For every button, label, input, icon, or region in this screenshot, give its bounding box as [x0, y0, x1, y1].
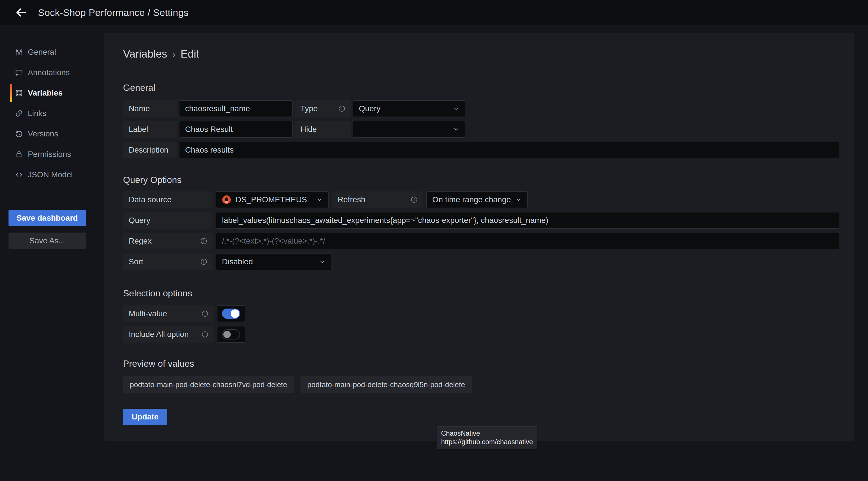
regex-input[interactable] [216, 233, 839, 249]
hide-select[interactable] [353, 121, 465, 138]
page-title: Sock-Shop Performance / Settings [38, 7, 188, 18]
info-icon[interactable] [200, 258, 208, 266]
label-input[interactable] [179, 121, 292, 138]
top-header: Sock-Shop Performance / Settings [0, 0, 868, 25]
sidebar-item-label: JSON Model [28, 170, 73, 179]
save-dashboard-button[interactable]: Save dashboard [8, 210, 86, 226]
preview-value-chip: podtato-main-pod-delete-chaosq9l5n-pod-d… [301, 377, 472, 393]
update-button[interactable]: Update [123, 409, 167, 425]
chevron-down-icon [453, 126, 460, 133]
refresh-select[interactable]: On time range change [426, 191, 528, 208]
sidebar-item-label: Variables [28, 89, 63, 97]
breadcrumb: Variables › Edit [123, 48, 854, 60]
sidebar-item-versions[interactable]: Versions [0, 124, 104, 144]
info-icon[interactable] [410, 196, 418, 203]
sidebar-item-label: Permissions [28, 150, 71, 159]
back-arrow-icon[interactable] [14, 6, 28, 19]
history-icon [15, 130, 23, 138]
save-as-button[interactable]: Save As... [8, 233, 86, 249]
multi-value-label: Multi-value [123, 305, 214, 322]
chevron-down-icon [316, 196, 323, 203]
sidebar-item-annotations[interactable]: Annotations [0, 62, 104, 83]
name-label: Name [123, 100, 177, 117]
chevron-down-icon [515, 196, 522, 203]
name-input[interactable] [179, 100, 292, 117]
query-label: Query [123, 212, 213, 229]
data-source-select[interactable]: DS_PROMETHEUS [216, 191, 329, 208]
code-icon [15, 171, 23, 179]
multi-value-toggle[interactable] [222, 308, 240, 319]
chevron-down-icon [319, 258, 326, 266]
data-source-label: Data source [123, 191, 213, 208]
preview-heading: Preview of values [123, 359, 854, 369]
lock-icon [15, 150, 23, 158]
breadcrumb-current-page: Edit [181, 48, 199, 60]
refresh-label: Refresh [332, 191, 423, 208]
chaosnative-tooltip: ChaosNative https://github.com/chaosnati… [437, 426, 537, 449]
preview-values: podtato-main-pod-delete-chaosnl7vd-pod-d… [123, 377, 854, 393]
multi-value-toggle-box [217, 305, 245, 322]
preview-value-chip: podtato-main-pod-delete-chaosnl7vd-pod-d… [123, 377, 294, 393]
tooltip-url: https://github.com/chaosnative [441, 438, 533, 446]
sort-label: Sort [123, 253, 213, 270]
sidebar-item-label: General [28, 48, 56, 57]
chevron-down-icon [453, 105, 460, 112]
general-section-heading: General [123, 83, 854, 93]
sliders-icon [15, 48, 23, 56]
selection-options-heading: Selection options [123, 288, 854, 299]
info-icon[interactable] [338, 105, 346, 112]
settings-sidebar: General Annotations Variables Links [0, 25, 104, 481]
regex-label: Regex [123, 233, 213, 249]
info-icon[interactable] [201, 310, 209, 318]
tooltip-title: ChaosNative [441, 429, 533, 438]
query-options-heading: Query Options [123, 175, 854, 185]
sidebar-item-json-model[interactable]: JSON Model [0, 164, 104, 185]
info-icon[interactable] [200, 237, 208, 245]
description-input[interactable] [179, 142, 839, 158]
sidebar-item-label: Annotations [28, 68, 70, 77]
sidebar-item-permissions[interactable]: Permissions [0, 144, 104, 164]
type-label: Type [295, 100, 351, 117]
label-label: Label [123, 121, 177, 138]
breadcrumb-variables-link[interactable]: Variables [123, 48, 167, 60]
include-all-toggle-box [217, 326, 245, 342]
breadcrumb-separator: › [172, 48, 176, 60]
description-label: Description [123, 142, 177, 158]
settings-content-panel: Variables › Edit General Name Type Query… [104, 33, 854, 441]
prometheus-icon [222, 195, 231, 204]
link-icon [15, 109, 23, 118]
sidebar-item-links[interactable]: Links [0, 103, 104, 124]
calculator-icon [15, 89, 23, 97]
query-input[interactable] [216, 212, 839, 229]
info-icon[interactable] [201, 331, 209, 338]
sort-select[interactable]: Disabled [216, 253, 331, 270]
comment-icon [15, 68, 23, 77]
sidebar-item-label: Links [28, 109, 46, 118]
hide-label: Hide [295, 121, 351, 138]
sidebar-item-general[interactable]: General [0, 42, 104, 62]
type-select[interactable]: Query [353, 100, 465, 117]
sidebar-item-label: Versions [28, 129, 58, 139]
include-all-toggle[interactable] [222, 329, 240, 339]
include-all-label: Include All option [123, 326, 214, 342]
sidebar-item-variables[interactable]: Variables [0, 83, 104, 103]
